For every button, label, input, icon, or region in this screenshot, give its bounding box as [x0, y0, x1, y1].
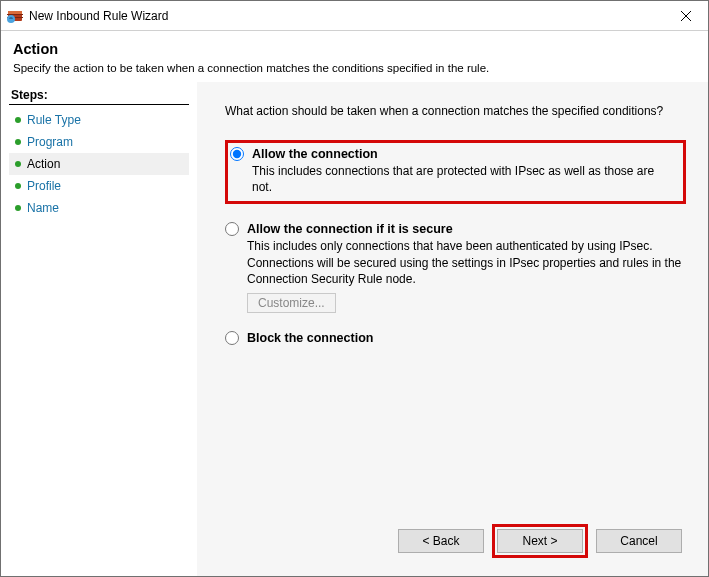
option-block-head[interactable]: Block the connection — [225, 331, 686, 345]
next-highlight: Next > — [492, 524, 588, 558]
svg-rect-2 — [7, 14, 23, 15]
option-allow-secure-head[interactable]: Allow the connection if it is secure — [225, 222, 686, 236]
back-button[interactable]: < Back — [398, 529, 484, 553]
step-name[interactable]: Name — [9, 197, 197, 219]
bullet-icon — [15, 139, 21, 145]
bullet-icon — [15, 117, 21, 123]
step-action[interactable]: Action — [9, 153, 189, 175]
action-prompt: What action should be taken when a conne… — [225, 104, 686, 118]
step-label: Rule Type — [27, 113, 81, 127]
close-icon — [681, 11, 691, 21]
option-block-label: Block the connection — [247, 331, 373, 345]
svg-rect-1 — [8, 11, 22, 14]
wizard-body: Steps: Rule Type Program Action Profile … — [1, 82, 708, 576]
option-allow-label: Allow the connection — [252, 147, 378, 161]
cancel-button[interactable]: Cancel — [596, 529, 682, 553]
step-profile[interactable]: Profile — [9, 175, 197, 197]
page-title: Action — [13, 41, 696, 57]
option-allow-desc: This includes connections that are prote… — [252, 163, 677, 195]
option-block: Block the connection — [225, 331, 686, 345]
bullet-icon — [15, 161, 21, 167]
steps-heading: Steps: — [9, 88, 189, 105]
option-allow-secure-desc: This includes only connections that have… — [247, 238, 686, 287]
bullet-icon — [15, 183, 21, 189]
wizard-window: New Inbound Rule Wizard Action Specify t… — [0, 0, 709, 577]
option-allow-head[interactable]: Allow the connection — [230, 147, 677, 161]
bullet-icon — [15, 205, 21, 211]
step-label: Action — [27, 157, 60, 171]
page-header: Action Specify the action to be taken wh… — [1, 31, 708, 82]
main-panel: What action should be taken when a conne… — [197, 82, 708, 576]
window-title: New Inbound Rule Wizard — [29, 9, 663, 23]
step-label: Program — [27, 135, 73, 149]
step-rule-type[interactable]: Rule Type — [9, 109, 197, 131]
step-label: Profile — [27, 179, 61, 193]
option-allow-secure: Allow the connection if it is secure Thi… — [225, 222, 686, 313]
next-button[interactable]: Next > — [497, 529, 583, 553]
customize-button: Customize... — [247, 293, 336, 313]
wizard-footer: < Back Next > Cancel — [219, 514, 686, 566]
radio-block[interactable] — [225, 331, 239, 345]
step-label: Name — [27, 201, 59, 215]
option-allow-connection: Allow the connection This includes conne… — [225, 140, 686, 204]
page-subtitle: Specify the action to be taken when a co… — [13, 62, 696, 74]
option-allow-secure-label: Allow the connection if it is secure — [247, 222, 453, 236]
radio-allow-secure[interactable] — [225, 222, 239, 236]
step-program[interactable]: Program — [9, 131, 197, 153]
radio-allow[interactable] — [230, 147, 244, 161]
steps-sidebar: Steps: Rule Type Program Action Profile … — [1, 82, 197, 576]
firewall-icon — [7, 8, 23, 24]
close-button[interactable] — [663, 1, 708, 30]
titlebar: New Inbound Rule Wizard — [1, 1, 708, 31]
